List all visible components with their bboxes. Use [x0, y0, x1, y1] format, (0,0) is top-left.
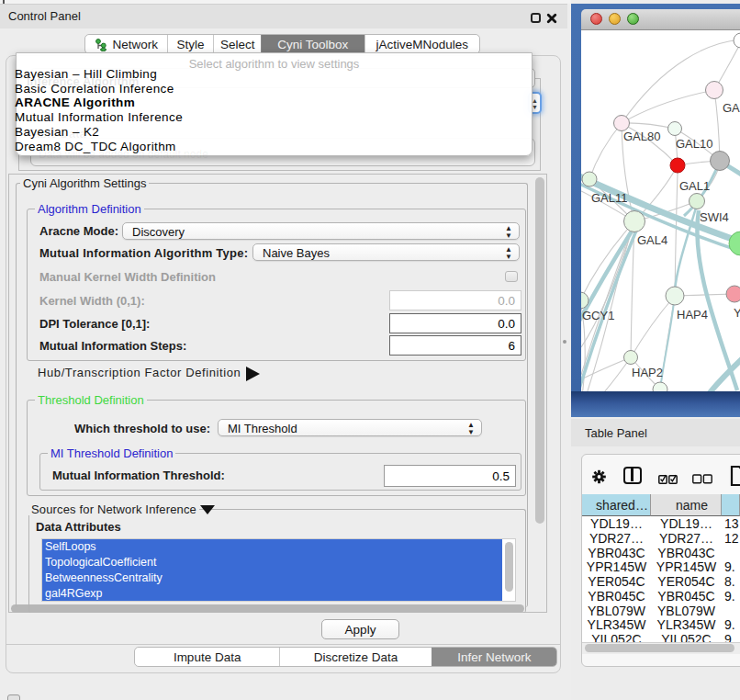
svg-text:SWI4: SWI4 [700, 210, 729, 224]
svg-text:GAL80: GAL80 [623, 130, 660, 143]
svg-text:HAP2: HAP2 [632, 366, 663, 379]
svg-text:GAL11: GAL11 [591, 191, 628, 205]
svg-text:GAL1: GAL1 [679, 179, 710, 193]
svg-text:GAL10: GAL10 [676, 137, 712, 151]
svg-text:GCY1: GCY1 [582, 309, 614, 322]
svg-text:HAP4: HAP4 [677, 308, 708, 322]
svg-text:GAL4: GAL4 [637, 233, 667, 247]
svg-text:GAL: GAL [723, 101, 740, 115]
svg-text:Y: Y [734, 306, 740, 320]
